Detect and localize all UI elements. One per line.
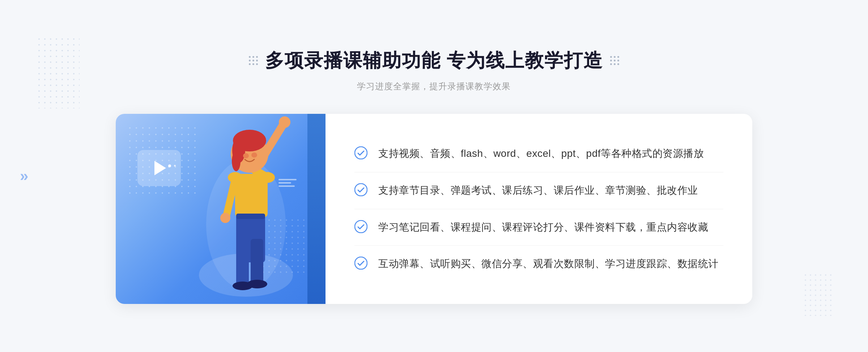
header-deco-dots-right xyxy=(610,56,619,65)
content-card: 支持视频、音频、flash、word、excel、ppt、pdf等各种格式的资源… xyxy=(116,114,752,304)
header-deco-dots-left xyxy=(249,56,258,65)
header-title-row: 多项录播课辅助功能 专为线上教学打造 xyxy=(249,48,619,73)
svg-point-14 xyxy=(243,153,249,158)
svg-point-3 xyxy=(279,116,290,128)
person-illustration xyxy=(183,114,309,304)
play-bubble xyxy=(137,150,181,186)
check-icon-1 xyxy=(354,146,367,159)
feature-item-3: 学习笔记回看、课程提问、课程评论打分、课件资料下载，重点内容收藏 xyxy=(354,209,723,246)
check-icon-2 xyxy=(354,183,367,196)
feature-item-1: 支持视频、音频、flash、word、excel、ppt、pdf等各种格式的资源… xyxy=(354,136,723,172)
play-icon xyxy=(154,161,166,175)
svg-rect-18 xyxy=(251,239,263,284)
features-side: 支持视频、音频、flash、word、excel、ppt、pdf等各种格式的资源… xyxy=(326,114,752,304)
svg-rect-21 xyxy=(236,214,265,219)
feature-text-2: 支持章节目录、弹题考试、课后练习、课后作业、章节测验、批改作业 xyxy=(378,183,698,199)
header-section: 多项录播课辅助功能 专为线上教学打造 学习进度全掌握，提升录播课教学效果 xyxy=(249,48,619,92)
feature-text-4: 互动弹幕、试听购买、微信分享、观看次数限制、学习进度跟踪、数据统计 xyxy=(378,256,719,272)
check-icon-3 xyxy=(354,220,367,233)
feature-item-2: 支持章节目录、弹题考试、课后练习、课后作业、章节测验、批改作业 xyxy=(354,172,723,209)
svg-rect-17 xyxy=(236,239,249,286)
feature-text-3: 学习笔记回看、课程提问、课程评论打分、课件资料下载，重点内容收藏 xyxy=(378,219,708,236)
svg-point-20 xyxy=(247,280,267,288)
svg-point-23 xyxy=(355,184,367,196)
svg-point-8 xyxy=(220,213,230,223)
page-container: 多项录播课辅助功能 专为线上教学打造 学习进度全掌握，提升录播课教学效果 xyxy=(0,48,868,304)
left-chevron-deco: » xyxy=(20,167,28,185)
page-subtitle: 学习进度全掌握，提升录播课教学效果 xyxy=(249,81,619,92)
feature-text-1: 支持视频、音频、flash、word、excel、ppt、pdf等各种格式的资源… xyxy=(378,146,704,162)
feature-item-4: 互动弹幕、试听购买、微信分享、观看次数限制、学习进度跟踪、数据统计 xyxy=(354,246,723,282)
bg-dots-right xyxy=(803,272,832,316)
figure-container xyxy=(183,114,309,304)
svg-point-22 xyxy=(355,147,367,159)
svg-point-15 xyxy=(251,153,257,158)
svg-point-13 xyxy=(232,151,241,171)
blue-strip xyxy=(307,114,326,304)
svg-point-24 xyxy=(355,220,367,233)
page-title: 多项录播课辅助功能 专为线上教学打造 xyxy=(265,48,603,73)
bg-dots-left xyxy=(36,36,80,108)
illustration-side xyxy=(116,114,326,304)
check-icon-4 xyxy=(354,257,367,270)
svg-point-25 xyxy=(355,257,367,269)
